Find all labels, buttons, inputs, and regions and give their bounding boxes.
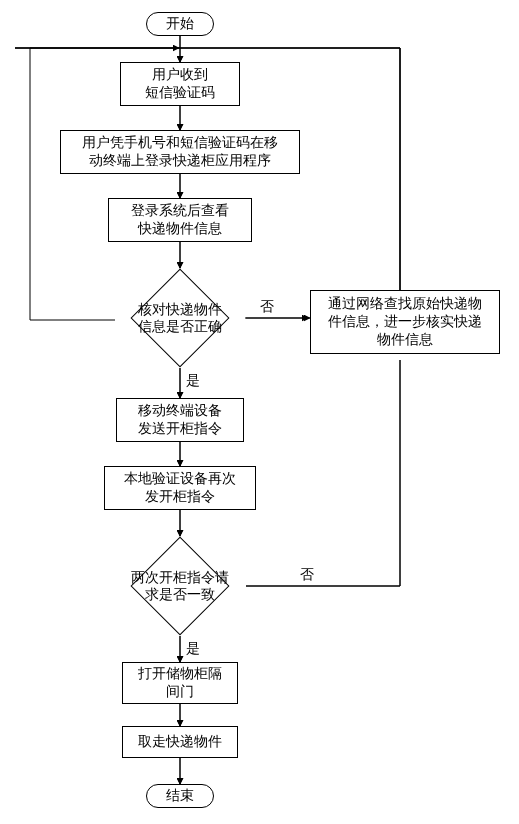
end-label: 结束 [166, 787, 194, 805]
process-receive-sms: 用户收到 短信验证码 [120, 62, 240, 106]
process-take-parcel: 取走快递物件 [122, 726, 238, 758]
process-local-verify-label: 本地验证设备再次 发开柜指令 [124, 470, 236, 506]
start-label: 开始 [166, 15, 194, 33]
process-receive-sms-label: 用户收到 短信验证码 [145, 66, 215, 102]
edge-label-d2-no: 否 [300, 566, 314, 584]
process-mobile-send-label: 移动终端设备 发送开柜指令 [138, 402, 222, 438]
edge-label-d1-no: 否 [260, 298, 274, 316]
decision-verify-info: 核对快递物件 信息是否正确 [110, 268, 250, 368]
decision-commands-match-label: 两次开柜指令请 求是否一致 [131, 569, 229, 604]
process-network-lookup-label: 通过网络查找原始快递物 件信息，进一步核实快递 物件信息 [328, 295, 482, 350]
process-view-info: 登录系统后查看 快递物件信息 [108, 198, 252, 242]
process-login: 用户凭手机号和短信验证码在移 动终端上登录快递柜应用程序 [60, 130, 300, 174]
process-open-door-label: 打开储物柜隔 间门 [138, 665, 222, 701]
flow-connectors [0, 0, 519, 824]
start-terminator: 开始 [146, 12, 214, 36]
process-network-lookup: 通过网络查找原始快递物 件信息，进一步核实快递 物件信息 [310, 290, 500, 354]
process-open-door: 打开储物柜隔 间门 [122, 662, 238, 704]
end-terminator: 结束 [146, 784, 214, 808]
edge-label-d1-yes: 是 [186, 372, 200, 390]
flowchart-canvas: 开始 用户收到 短信验证码 用户凭手机号和短信验证码在移 动终端上登录快递柜应用… [0, 0, 519, 824]
process-login-label: 用户凭手机号和短信验证码在移 动终端上登录快递柜应用程序 [82, 134, 278, 170]
flow-connectors-main [0, 0, 519, 824]
process-mobile-send: 移动终端设备 发送开柜指令 [116, 398, 244, 442]
decision-verify-info-label: 核对快递物件 信息是否正确 [138, 301, 222, 336]
decision-commands-match: 两次开柜指令请 求是否一致 [110, 536, 250, 636]
process-view-info-label: 登录系统后查看 快递物件信息 [131, 202, 229, 238]
edge-label-d2-yes: 是 [186, 640, 200, 658]
process-local-verify: 本地验证设备再次 发开柜指令 [104, 466, 256, 510]
process-take-parcel-label: 取走快递物件 [138, 733, 222, 751]
flow-connectors-final [0, 0, 519, 824]
